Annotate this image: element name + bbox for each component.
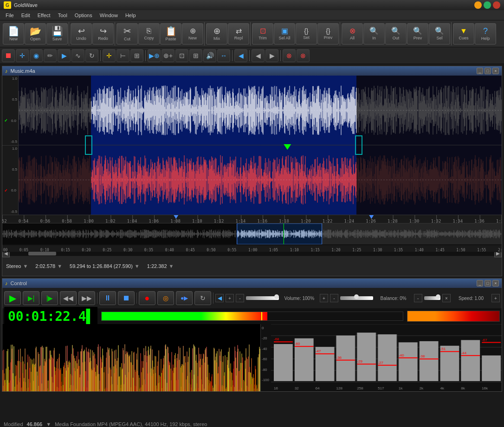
select-tool[interactable]: ◉	[30, 49, 43, 62]
zoom-sel-button[interactable]: 🔍 Sel	[429, 23, 450, 45]
wave-window-close[interactable]: ×	[492, 68, 499, 74]
tool-g[interactable]: ◀	[234, 49, 247, 62]
vol-left-arrow[interactable]: ◀	[215, 294, 224, 302]
speed-close-btn[interactable]: ×	[442, 294, 451, 302]
marker-tool[interactable]: ⊢	[116, 49, 129, 62]
speed-minus-btn[interactable]: -	[414, 294, 422, 302]
vol-minus-btn[interactable]: -	[236, 294, 244, 302]
zoom-tool2[interactable]: ⊞	[130, 49, 143, 62]
save-file-label: Save	[52, 37, 62, 41]
control-window-close[interactable]: ×	[492, 280, 499, 287]
stop-red-button[interactable]: ⏹	[2, 49, 15, 62]
expand-btn[interactable]: +	[491, 294, 500, 302]
record-button[interactable]: ●	[139, 291, 155, 305]
pause-button[interactable]: ⏸	[99, 291, 116, 305]
prev-sel-button[interactable]: {} Prev	[317, 23, 339, 45]
tool-d[interactable]: ⊞	[189, 49, 202, 62]
loop-button[interactable]: ↻	[194, 291, 211, 305]
undo-button[interactable]: ↩ Undo	[71, 23, 92, 45]
control-window-minimize[interactable]: _	[477, 280, 483, 287]
position-dropdown[interactable]: ▼	[169, 263, 174, 269]
tool-a[interactable]: ▶⊕	[148, 49, 161, 62]
overview-panel[interactable]	[2, 223, 502, 251]
balance-thumb[interactable]	[354, 294, 359, 299]
mix-button[interactable]: ⊕ Mix	[206, 23, 227, 45]
horizontal-scrollbar[interactable]: ◀ ▶	[2, 251, 502, 255]
set-button[interactable]: {} Set	[296, 23, 317, 45]
open-file-button[interactable]: 📂 Open	[25, 23, 46, 45]
new-file-button[interactable]: 📄 New	[3, 23, 24, 45]
copy-button[interactable]: ⎘ Copy	[138, 23, 160, 45]
toolbar2-sep3	[232, 50, 233, 61]
minimize-button[interactable]	[474, 1, 482, 9]
close-button[interactable]	[493, 1, 500, 9]
move-tool[interactable]: ✛	[16, 49, 29, 62]
waveform-canvas-area[interactable]	[19, 76, 502, 215]
stop-button[interactable]: ⏹	[118, 291, 135, 305]
prev-sel-label: Prev	[324, 35, 333, 40]
new-paste-button[interactable]: ⊕ New	[182, 23, 203, 45]
tool-j[interactable]: ⊗	[283, 49, 296, 62]
tool-c[interactable]: ⊡	[175, 49, 188, 62]
control-window-maximize[interactable]: □	[485, 280, 491, 287]
waveform-display[interactable]: 1.0 0.5 ✓ 0.0 -0.5 1.0 0.5 ✓ 0.0 -0.5	[2, 76, 502, 215]
play-sel-button[interactable]: ▶|	[23, 291, 39, 305]
ffwd-button[interactable]: ▶▶	[78, 291, 95, 305]
wave-window-maximize[interactable]: □	[485, 68, 491, 74]
zoom-out-button[interactable]: 🔍 Out	[385, 23, 407, 45]
scrollbar-thumb[interactable]	[28, 252, 56, 255]
selection-toolbar-group: ⊡ Trim ▣ Sel All {} Set {} Prev	[251, 22, 340, 45]
menu-file[interactable]: File	[2, 12, 18, 19]
menu-options[interactable]: Options	[71, 12, 96, 19]
redo-button[interactable]: ↪ Redo	[92, 23, 114, 45]
loop-tool[interactable]: ↻	[85, 49, 98, 62]
volume-slider[interactable]	[246, 296, 279, 300]
trim-button[interactable]: ⊡ Trim	[252, 23, 273, 45]
zoom-prev-button[interactable]: 🔍 Prev	[407, 23, 428, 45]
duration-dropdown[interactable]: ▼	[57, 263, 62, 269]
monitor-button[interactable]: ●▶	[176, 291, 193, 305]
zoom-in-button[interactable]: 🔍 In	[363, 23, 385, 45]
bal-minus-btn[interactable]: -	[330, 294, 338, 302]
tool-i[interactable]: ▶	[265, 49, 278, 62]
tool-f[interactable]: ↔	[217, 49, 230, 62]
menu-edit[interactable]: Edit	[18, 12, 34, 19]
paste-button[interactable]: 📋 Paste	[160, 23, 181, 45]
cues-button[interactable]: ▼ Cues	[453, 23, 474, 45]
wave-window-minimize[interactable]: _	[477, 68, 483, 74]
modified-value: 46.866	[27, 421, 43, 427]
rewind-button[interactable]: ◀◀	[60, 291, 77, 305]
next-tool[interactable]: ▶	[58, 49, 71, 62]
record-sel-button[interactable]: ◎	[157, 291, 174, 305]
zoom-all-button[interactable]: ⊗ All	[342, 23, 363, 45]
balance-slider[interactable]	[340, 296, 373, 300]
tool-h[interactable]: ◀	[252, 49, 265, 62]
tool-e[interactable]: 🔊	[203, 49, 216, 62]
play-button[interactable]: ▶	[4, 291, 21, 305]
menu-effect[interactable]: Effect	[34, 12, 54, 19]
pencil-tool[interactable]: ✏	[44, 49, 57, 62]
play-from-button[interactable]: |▶	[41, 291, 58, 305]
menu-window[interactable]: Window	[96, 12, 122, 19]
replace-button[interactable]: ⇄ Repl	[228, 23, 249, 45]
wave-tool[interactable]: ∿	[71, 49, 84, 62]
tool-b[interactable]: ⊕+	[162, 49, 174, 62]
scrollbar-track[interactable]	[10, 252, 494, 255]
menu-help[interactable]: Help	[122, 12, 140, 19]
maximize-button[interactable]	[484, 1, 491, 9]
speed-thumb[interactable]	[436, 294, 440, 299]
crosshair-tool[interactable]: ✛	[103, 49, 116, 62]
speed-slider[interactable]	[424, 296, 440, 300]
volume-thumb[interactable]	[274, 294, 279, 299]
bal-plus-btn[interactable]: +	[320, 294, 328, 302]
menu-tool[interactable]: Tool	[54, 12, 71, 19]
modified-dropdown[interactable]: ▼	[46, 421, 51, 427]
vol-plus-btn[interactable]: +	[226, 294, 234, 302]
tool-k[interactable]: ⊗	[297, 49, 310, 62]
help-button[interactable]: ? Help	[475, 23, 496, 45]
selection-dropdown[interactable]: ▼	[135, 263, 140, 269]
select-all-button[interactable]: ▣ Sel All	[274, 23, 295, 45]
cut-button[interactable]: ✂ Cut	[116, 23, 138, 45]
save-file-button[interactable]: 💾 Save	[46, 23, 68, 45]
channel-dropdown[interactable]: ▼	[23, 263, 28, 269]
